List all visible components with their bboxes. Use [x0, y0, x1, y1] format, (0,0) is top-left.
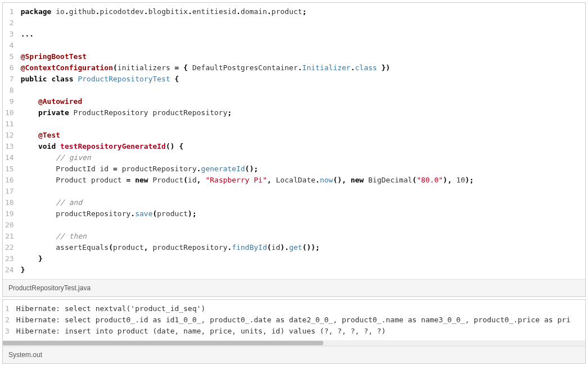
- code-caption: System.out: [3, 346, 585, 363]
- line-gutter: 123456789101112131415161718192021222324: [3, 3, 19, 279]
- code-block-java: 123456789101112131415161718192021222324 …: [2, 2, 586, 297]
- horizontal-scrollbar[interactable]: [3, 340, 585, 346]
- code-content: Hibernate: select nextval('product_id_se…: [14, 300, 585, 340]
- line-gutter: 123: [3, 300, 14, 340]
- code-caption: ProductRepositoryTest.java: [3, 279, 585, 296]
- code-content: package io.github.picodotdev.blogbitix.e…: [19, 3, 585, 279]
- code-block-output: 123 Hibernate: select nextval('product_i…: [2, 299, 586, 364]
- scrollbar-thumb[interactable]: [3, 341, 323, 345]
- code-area: 123 Hibernate: select nextval('product_i…: [3, 300, 585, 340]
- code-area: 123456789101112131415161718192021222324 …: [3, 3, 585, 279]
